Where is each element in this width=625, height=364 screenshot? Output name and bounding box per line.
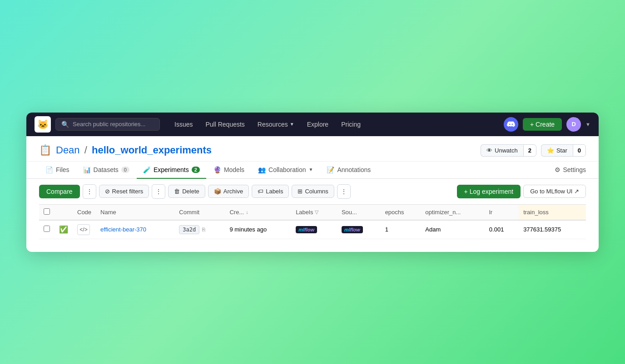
row-status-cell: ✅: [55, 220, 73, 239]
search-box[interactable]: 🔍 Search public repositories...: [55, 118, 160, 131]
row-source-cell: mlflow: [337, 220, 381, 239]
nav-resources[interactable]: Resources ▼: [252, 118, 300, 131]
status-ok-icon: ✅: [59, 226, 68, 233]
row-epochs-cell: 1: [381, 220, 421, 239]
labels-button[interactable]: 🏷 Labels: [252, 185, 289, 198]
watch-count: 2: [523, 144, 536, 157]
table-row: ✅ </> efficient-bear-370 3a2d ⎘: [39, 220, 586, 239]
more-options-button-3[interactable]: ⋮: [337, 184, 351, 199]
mlflow-ui-button[interactable]: Go to MLflow UI ↗: [523, 185, 586, 198]
filter-icon: ⊘: [105, 188, 110, 195]
repo-title: 📋 Dean / hello_world_experiments: [39, 144, 212, 156]
eye-icon: 👁: [486, 147, 492, 154]
label-icon: 🏷: [258, 188, 263, 195]
row-trainloss-cell: 377631.59375: [519, 220, 586, 239]
compare-button[interactable]: Compare: [39, 185, 80, 198]
delete-button[interactable]: 🗑 Delete: [168, 185, 205, 198]
experiments-table-wrap: Code Name Commit Cre... ↓: [26, 204, 599, 252]
commit-badge: 3a2d: [179, 225, 199, 234]
tab-datasets[interactable]: 📊 Datasets 0: [77, 162, 136, 179]
tab-settings[interactable]: ⚙ Settings: [548, 162, 586, 178]
mlflow-label-badge: mlflow: [296, 226, 317, 233]
col-select-all[interactable]: [39, 204, 55, 220]
tab-files[interactable]: 📄 Files: [39, 162, 76, 179]
logo[interactable]: 🐱: [35, 116, 51, 133]
experiments-icon: 🧪: [143, 166, 151, 173]
settings-icon: ⚙: [555, 166, 561, 173]
more-options-button-1[interactable]: ⋮: [83, 184, 96, 199]
col-commit-header: Commit: [174, 204, 225, 220]
tab-collaboration[interactable]: 👥 Collaboration ▼: [252, 162, 319, 179]
log-experiment-button[interactable]: + Log experiment: [457, 185, 521, 198]
copy-icon[interactable]: ⎘: [202, 226, 205, 233]
row-commit-cell: 3a2d ⎘: [174, 220, 225, 239]
nav-pricing[interactable]: Pricing: [336, 118, 366, 131]
repo-header: 📋 Dean / hello_world_experiments 👁 Unwat…: [26, 136, 599, 162]
row-checkbox[interactable]: [44, 226, 50, 232]
discord-icon[interactable]: [504, 117, 518, 132]
nav-issues[interactable]: Issues: [169, 118, 198, 131]
col-lr-header: lr: [485, 204, 519, 220]
tab-bar: 📄 Files 📊 Datasets 0 🧪 Experiments 2 🔮 M…: [26, 162, 599, 179]
toolbar: Compare ⋮ ⊘ Reset filters ⋮ 🗑 Delete 📦 A…: [26, 179, 599, 204]
col-code-header: Code: [73, 204, 96, 220]
nav-links: Issues Pull Requests Resources ▼ Explore…: [169, 118, 499, 131]
collaboration-dropdown-icon: ▼: [309, 167, 313, 172]
repo-name-link[interactable]: hello_world_experiments: [92, 144, 212, 156]
col-created-header[interactable]: Cre... ↓: [225, 204, 291, 220]
row-labels-cell: mlflow: [291, 220, 337, 239]
col-labels-header[interactable]: Labels ▽: [291, 204, 337, 220]
nav-right: + Create D ▼: [504, 117, 590, 132]
chevron-down-icon: ▼: [290, 122, 294, 127]
repo-actions: 👁 Unwatch 2 ⭐ Star 0: [481, 144, 586, 157]
datasets-badge: 0: [121, 167, 129, 173]
experiment-name-link[interactable]: efficient-bear-370: [100, 226, 146, 233]
user-avatar[interactable]: D: [566, 117, 581, 132]
row-code-cell: </>: [73, 220, 96, 239]
star-group: ⭐ Star 0: [541, 144, 586, 157]
col-name-header: Name: [96, 204, 174, 220]
row-checkbox-cell[interactable]: [39, 220, 55, 239]
table-header-row: Code Name Commit Cre... ↓: [39, 204, 586, 220]
main-window: 🐱 🔍 Search public repositories... Issues…: [26, 113, 599, 252]
repo-owner-link[interactable]: Dean: [56, 144, 80, 156]
unwatch-button[interactable]: 👁 Unwatch: [481, 144, 523, 157]
repo-path: Dean / hello_world_experiments: [56, 144, 212, 156]
filter-icon: ▽: [315, 209, 318, 215]
search-icon: 🔍: [61, 121, 69, 128]
user-chevron-icon[interactable]: ▼: [585, 122, 590, 127]
row-name-cell: efficient-bear-370: [96, 220, 174, 239]
reset-filters-button[interactable]: ⊘ Reset filters: [99, 185, 149, 198]
repo-icon: 📋: [39, 144, 51, 156]
files-icon: 📄: [45, 166, 53, 173]
datasets-icon: 📊: [83, 166, 91, 173]
archive-icon: 📦: [214, 188, 221, 195]
select-all-checkbox[interactable]: [44, 208, 50, 215]
star-icon: ⭐: [547, 147, 554, 154]
archive-button[interactable]: 📦 Archive: [208, 185, 249, 198]
tab-models[interactable]: 🔮 Models: [207, 162, 251, 179]
tab-experiments[interactable]: 🧪 Experiments 2: [137, 162, 206, 179]
watch-group: 👁 Unwatch 2: [481, 144, 536, 157]
create-button[interactable]: + Create: [523, 118, 562, 131]
more-options-button-2[interactable]: ⋮: [152, 184, 165, 199]
models-icon: 🔮: [213, 166, 221, 173]
star-button[interactable]: ⭐ Star: [541, 144, 573, 157]
mlflow-source-badge: mlflow: [342, 226, 363, 233]
trash-icon: 🗑: [174, 188, 180, 195]
col-epochs-header: epochs: [381, 204, 421, 220]
nav-explore[interactable]: Explore: [302, 118, 334, 131]
code-link[interactable]: </>: [77, 224, 90, 235]
annotations-icon: 📝: [327, 166, 334, 173]
search-placeholder: Search public repositories...: [73, 121, 145, 128]
sort-icon: ↓: [246, 209, 248, 215]
row-lr-cell: 0.001: [485, 220, 519, 239]
col-optimizer-header: optimizer_n...: [421, 204, 484, 220]
navbar: 🐱 🔍 Search public repositories... Issues…: [26, 113, 599, 136]
tab-annotations[interactable]: 📝 Annotations: [320, 162, 377, 179]
nav-pull-requests[interactable]: Pull Requests: [200, 118, 250, 131]
experiments-badge: 2: [192, 167, 200, 173]
row-created-cell: 9 minutes ago: [225, 220, 291, 239]
col-source-header: Sou...: [337, 204, 381, 220]
columns-button[interactable]: ⊞ Columns: [292, 185, 334, 198]
